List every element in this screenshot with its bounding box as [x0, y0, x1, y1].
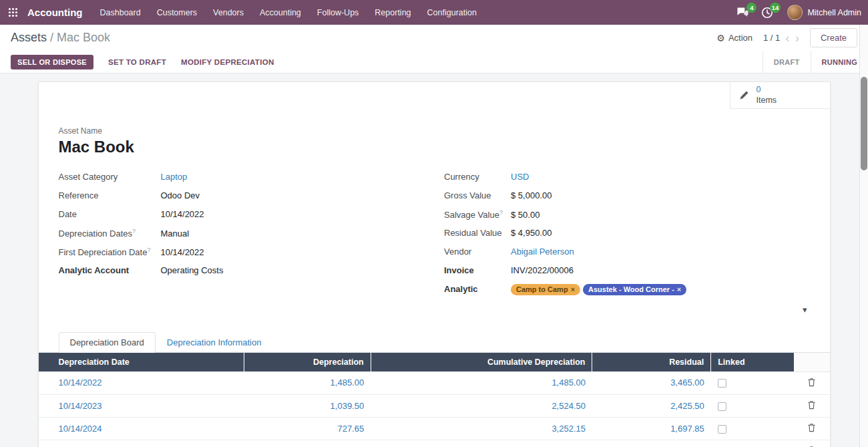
first-depreciation-date-value: 10/14/2022 — [161, 247, 204, 257]
activities-button[interactable]: 14 — [755, 0, 779, 25]
apps-grid-icon — [8, 7, 18, 17]
cell-depreciation[interactable]: 509.36 — [244, 440, 371, 447]
menu-reporting[interactable]: Reporting — [367, 0, 419, 25]
cell-depreciation-date[interactable]: 10/14/2024 — [39, 417, 244, 440]
help-icon[interactable]: ? — [132, 228, 136, 235]
menu-configuration[interactable]: Configuration — [419, 0, 485, 25]
state-draft[interactable]: DRAFT — [763, 51, 811, 73]
invoice-label: Invoice — [444, 265, 511, 277]
currency-label: Currency — [444, 171, 511, 183]
field-salvage-value: Salvage Value? $ 50.00 — [444, 208, 810, 227]
table-row[interactable]: 10/14/2022 1,485.00 1,485.00 3,465.00 — [39, 371, 830, 394]
cell-cumulative[interactable]: 3,252.15 — [371, 417, 592, 440]
col-header-depreciation-date[interactable]: Depreciation Date — [39, 353, 244, 371]
table-row[interactable]: 10/14/2023 1,039.50 2,524.50 2,425.50 — [39, 394, 830, 417]
set-to-draft-button[interactable]: SET TO DRAFT — [108, 58, 166, 66]
cell-depreciation-date[interactable]: 10/14/2025 — [39, 440, 244, 447]
scrollbar-thumb[interactable] — [861, 77, 867, 170]
sell-or-dispose-button[interactable]: SELL OR DISPOSE — [11, 55, 93, 69]
chevron-down-icon[interactable]: ▾ — [803, 305, 807, 315]
cell-residual[interactable]: 1,697.85 — [592, 417, 711, 440]
table-row[interactable]: 10/14/2024 727.65 3,252.15 1,697.85 — [39, 417, 830, 440]
vertical-scrollbar — [859, 25, 868, 447]
remove-tag-icon[interactable]: × — [571, 285, 575, 295]
cell-cumulative[interactable]: 3,761.51 — [371, 440, 592, 447]
pager-next-icon[interactable]: › — [795, 31, 799, 44]
field-invoice: Invoice INV/2022/00006 — [444, 265, 810, 283]
cell-cumulative[interactable]: 1,485.00 — [371, 371, 592, 394]
field-date: Date 10/14/2022 — [59, 208, 435, 227]
cell-depreciation-date[interactable]: 10/14/2023 — [39, 394, 244, 417]
menu-follow-ups[interactable]: Follow-Ups — [309, 0, 367, 25]
statusbar-states: DRAFT RUNNING — [763, 51, 868, 73]
col-header-residual[interactable]: Residual — [592, 353, 711, 371]
asset-name-label: Asset Name — [59, 126, 810, 136]
items-stat-button[interactable]: 0 Items — [730, 82, 830, 109]
pager-counter[interactable]: 1 / 1 — [763, 33, 780, 43]
col-header-linked[interactable]: Linked — [711, 353, 794, 371]
linked-checkbox[interactable] — [718, 402, 726, 411]
menu-dashboard[interactable]: Dashboard — [92, 0, 149, 25]
cell-depreciation[interactable]: 1,039.50 — [244, 394, 371, 417]
items-stat-texts: 0 Items — [756, 85, 777, 106]
page-title: Mac Book — [59, 138, 810, 156]
asset-category-label: Asset Category — [59, 171, 161, 183]
menu-vendors[interactable]: Vendors — [205, 0, 252, 25]
tab-depreciation-board[interactable]: Depreciation Board — [59, 332, 156, 353]
help-icon[interactable]: ? — [147, 247, 150, 253]
field-vendor: Vendor Abigail Peterson — [444, 246, 810, 265]
notebook-tabs: Depreciation Board Depreciation Informat… — [39, 315, 830, 353]
pager-prev-icon[interactable]: ‹ — [785, 31, 789, 44]
action-menu-button[interactable]: ⚙ Action — [716, 33, 752, 43]
breadcrumb-assets-link[interactable]: Assets — [11, 31, 47, 44]
trash-icon[interactable] — [807, 400, 816, 410]
remove-tag-icon[interactable]: × — [677, 285, 681, 295]
linked-checkbox[interactable] — [718, 379, 726, 388]
depreciation-dates-value: Manual — [161, 229, 190, 239]
user-menu[interactable]: Mitchell Admin — [779, 5, 861, 20]
tab-depreciation-information[interactable]: Depreciation Information — [156, 332, 273, 353]
cell-residual[interactable]: 3,465.00 — [592, 371, 711, 394]
top-navbar: Accounting Dashboard Customers Vendors A… — [0, 0, 868, 25]
cell-depreciation-date[interactable]: 10/14/2022 — [39, 371, 244, 394]
vendor-value[interactable]: Abigail Peterson — [511, 247, 574, 257]
menu-accounting[interactable]: Accounting — [252, 0, 309, 25]
topbar-left: Accounting Dashboard Customers Vendors A… — [0, 0, 485, 25]
trash-icon[interactable] — [807, 378, 816, 387]
analytic-label: Analytic — [444, 283, 511, 295]
table-header-row: Depreciation Date Depreciation Cumulativ… — [39, 353, 830, 371]
col-header-cumulative-depreciation[interactable]: Cumulative Depreciation — [371, 353, 592, 371]
asset-category-value[interactable]: Laptop — [161, 172, 188, 182]
date-label: Date — [59, 208, 161, 220]
analytic-tag-asustek[interactable]: Asustek - Wood Corner - × — [583, 284, 686, 295]
gross-value-value: $ 5,000.00 — [511, 190, 552, 200]
trash-icon[interactable] — [807, 423, 816, 432]
modify-depreciation-button[interactable]: MODIFY DEPRECIATION — [181, 58, 274, 66]
gear-icon: ⚙ — [716, 33, 725, 43]
first-depreciation-date-label: First Depreciation Date? — [59, 246, 161, 259]
salvage-value-label: Salvage Value? — [444, 208, 511, 221]
cell-residual[interactable]: 1,188.49 — [592, 440, 711, 447]
invoice-value: INV/2022/00006 — [511, 265, 574, 275]
cell-residual[interactable]: 2,425.50 — [592, 394, 711, 417]
col-header-depreciation[interactable]: Depreciation — [244, 353, 371, 371]
table-row[interactable]: 10/14/2025 509.36 3,761.51 1,188.49 — [39, 440, 830, 447]
help-icon[interactable]: ? — [499, 209, 503, 216]
create-button[interactable]: Create — [810, 28, 857, 47]
field-reference: Reference Odoo Dev — [59, 190, 435, 208]
currency-value[interactable]: USD — [511, 172, 529, 182]
apps-menu-button[interactable] — [0, 0, 26, 25]
menu-customers[interactable]: Customers — [149, 0, 205, 25]
app-brand[interactable]: Accounting — [26, 0, 92, 25]
cell-cumulative[interactable]: 2,524.50 — [371, 394, 592, 417]
analytic-tags: Camp to Camp × Asustek - Wood Corner - × — [511, 284, 686, 295]
vendor-label: Vendor — [444, 246, 511, 258]
control-panel-right: ⚙ Action 1 / 1 ‹ › Create — [716, 28, 857, 47]
cell-depreciation[interactable]: 1,485.00 — [244, 371, 371, 394]
analytic-tag-camp-to-camp[interactable]: Camp to Camp × — [511, 284, 580, 295]
linked-checkbox[interactable] — [718, 425, 726, 434]
messages-button[interactable]: 4 — [730, 0, 755, 25]
depreciation-dates-label: Depreciation Dates? — [59, 227, 161, 240]
tag-label: Asustek - Wood Corner - — [588, 285, 674, 295]
cell-depreciation[interactable]: 727.65 — [244, 417, 371, 440]
